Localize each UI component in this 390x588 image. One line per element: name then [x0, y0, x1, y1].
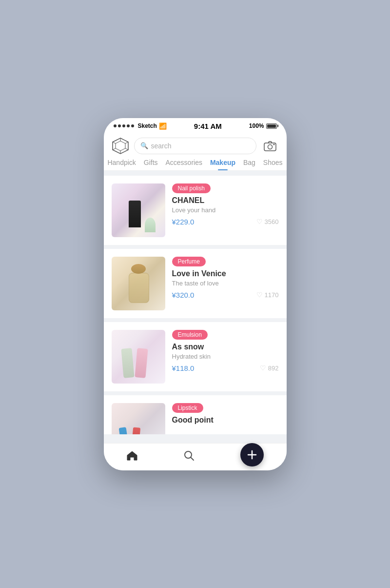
product-desc-3: Hydrated skin [172, 353, 279, 360]
tab-bag[interactable]: Bag [243, 159, 255, 170]
likes-count-3: 892 [268, 365, 279, 372]
product-image-3 [112, 330, 165, 384]
product-footer-2: ¥320.0 ♡ 1170 [172, 291, 279, 299]
phone-frame: Sketch 📶 9:41 AM 100% [104, 118, 287, 470]
product-card-2[interactable]: Perfume Love in Venice The taste of love… [104, 249, 287, 318]
search-icon: 🔍 [140, 142, 148, 149]
product-tag-2: Perfume [172, 257, 206, 266]
product-card-3[interactable]: Emulsion As snow Hydrated skin ¥118.0 ♡ … [104, 322, 287, 391]
svg-line-3 [125, 142, 128, 143]
product-card-4[interactable]: Lipstick Good point [104, 395, 287, 434]
carrier-label: Sketch [138, 122, 157, 129]
svg-line-4 [125, 148, 128, 150]
battery-percent: 100% [249, 122, 264, 129]
product-name-4: Good point [172, 416, 279, 425]
product-info-1: Nail polish CHANEL Love your hand ¥229.0… [172, 183, 279, 226]
status-left: Sketch 📶 [114, 122, 167, 130]
product-list: Nail polish CHANEL Love your hand ¥229.0… [104, 171, 287, 443]
tab-shoes[interactable]: Shoes [263, 159, 283, 170]
product-likes-2: ♡ 1170 [256, 291, 279, 299]
fab-add-button[interactable] [240, 443, 264, 466]
product-info-4: Lipstick Good point [172, 403, 279, 426]
status-right: 100% [249, 122, 277, 129]
header: 🔍 search [104, 132, 287, 155]
product-desc-1: Love your hand [172, 206, 279, 214]
product-likes-3: ♡ 892 [260, 364, 279, 372]
svg-marker-1 [116, 141, 125, 151]
svg-line-7 [113, 142, 116, 143]
wifi-icon: 📶 [159, 122, 167, 130]
status-bar: Sketch 📶 9:41 AM 100% [104, 118, 287, 132]
product-footer-3: ¥118.0 ♡ 892 [172, 364, 279, 372]
signal-dots [114, 124, 134, 127]
bottom-nav-search[interactable] [184, 450, 195, 461]
product-name-2: Love in Venice [172, 269, 279, 278]
svg-line-12 [191, 457, 194, 460]
search-placeholder: search [151, 142, 172, 150]
product-info-2: Perfume Love in Venice The taste of love… [172, 257, 279, 299]
bottom-nav [104, 443, 287, 470]
battery-icon [266, 123, 277, 129]
product-name-1: CHANEL [172, 196, 279, 205]
product-price-3: ¥118.0 [172, 364, 195, 372]
heart-icon-1: ♡ [256, 218, 263, 225]
product-name-3: As snow [172, 343, 279, 351]
clock: 9:41 AM [194, 122, 222, 130]
nav-tabs: Handpick Gifts Accessories Makeup Bag Sh… [104, 155, 287, 171]
search-bar[interactable]: 🔍 search [134, 138, 256, 154]
product-image-1 [112, 183, 165, 237]
camera-button[interactable] [261, 137, 279, 155]
product-card-1[interactable]: Nail polish CHANEL Love your hand ¥229.0… [104, 176, 287, 245]
product-image-2 [112, 257, 165, 310]
heart-icon-3: ♡ [260, 364, 266, 372]
svg-point-10 [273, 143, 274, 145]
product-desc-2: The taste of love [172, 280, 279, 287]
tab-makeup[interactable]: Makeup [210, 159, 235, 170]
heart-icon-2: ♡ [256, 291, 263, 299]
tab-handpick[interactable]: Handpick [107, 159, 136, 170]
tab-accessories[interactable]: Accessories [166, 159, 202, 170]
likes-count-1: 3560 [265, 218, 279, 225]
product-likes-1: ♡ 3560 [256, 218, 279, 225]
product-image-4 [112, 403, 165, 434]
product-price-2: ¥320.0 [172, 291, 195, 299]
tab-gifts[interactable]: Gifts [144, 159, 158, 170]
svg-line-6 [113, 148, 116, 150]
product-tag-4: Lipstick [172, 403, 203, 413]
product-tag-1: Nail polish [172, 183, 211, 193]
likes-count-2: 1170 [265, 291, 279, 299]
product-info-3: Emulsion As snow Hydrated skin ¥118.0 ♡ … [172, 330, 279, 372]
logo-icon[interactable] [112, 137, 129, 155]
bottom-nav-home[interactable] [126, 450, 138, 461]
product-price-1: ¥229.0 [172, 218, 195, 226]
product-tag-3: Emulsion [172, 330, 208, 340]
product-footer-1: ¥229.0 ♡ 3560 [172, 218, 279, 226]
svg-point-9 [268, 144, 272, 149]
